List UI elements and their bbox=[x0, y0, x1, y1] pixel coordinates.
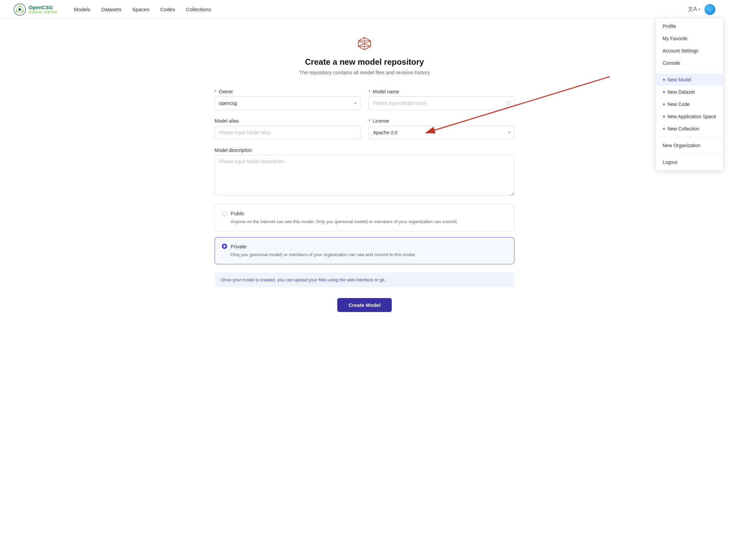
model-alias-input[interactable] bbox=[215, 126, 360, 139]
owner-required-star: * bbox=[215, 89, 216, 94]
menu-item-new-dataset[interactable]: + New Dataset bbox=[656, 86, 723, 98]
visibility-public-option[interactable]: Public Anyone on the internet can see th… bbox=[215, 204, 514, 232]
owner-select-wrapper: opencsg ▾ bbox=[215, 96, 360, 110]
avatar[interactable] bbox=[704, 4, 715, 15]
svg-point-3 bbox=[19, 5, 20, 7]
menu-item-new-code-label: New Code bbox=[667, 102, 689, 107]
owner-select[interactable]: opencsg bbox=[215, 96, 360, 110]
new-collection-plus: + bbox=[663, 126, 665, 131]
visibility-section: Public Anyone on the internet can see th… bbox=[215, 204, 514, 264]
submit-row: Create Model bbox=[215, 298, 514, 312]
menu-item-new-dataset-label: New Dataset bbox=[667, 89, 695, 95]
form-row-1: * Owner opencsg ▾ * Model name ⓘ bbox=[215, 89, 514, 110]
menu-item-console[interactable]: Console bbox=[656, 57, 723, 69]
logo-icon bbox=[14, 3, 26, 16]
menu-item-new-model[interactable]: + New Model bbox=[656, 74, 723, 86]
dropdown-menu: Profile My Favorite Account Settings Con… bbox=[655, 18, 724, 171]
create-model-button[interactable]: Create Model bbox=[337, 298, 392, 312]
header: OpenCSG 开放智能 | 智慧互联 Models Datasets Spac… bbox=[0, 0, 729, 19]
private-option-header: Private bbox=[222, 244, 507, 249]
new-code-plus: + bbox=[663, 102, 665, 107]
license-label: * License bbox=[369, 118, 514, 124]
lang-arrow: ▾ bbox=[698, 7, 700, 12]
menu-item-new-organization-label: New Organization bbox=[663, 143, 700, 148]
main-content: Create a new model repository The reposi… bbox=[208, 19, 521, 339]
public-title: Public bbox=[231, 211, 245, 216]
dropdown-divider-2 bbox=[656, 137, 723, 137]
page-header: Create a new model repository The reposi… bbox=[215, 35, 514, 75]
model-alias-label: Model alias bbox=[215, 118, 360, 124]
lang-selector[interactable]: 文A ▾ bbox=[688, 6, 700, 13]
main-nav: Models Datasets Spaces Codes Collections bbox=[74, 5, 688, 14]
svg-point-2 bbox=[18, 8, 21, 11]
license-select-wrapper: Apache-2.0 MIT GPL-3.0 BSD-3-Clause CC-B… bbox=[369, 126, 514, 139]
description-group: Model description bbox=[215, 147, 514, 196]
private-desc: Only you (personal model) or members of … bbox=[231, 251, 507, 258]
new-app-space-plus: + bbox=[663, 114, 665, 119]
nav-datasets[interactable]: Datasets bbox=[101, 5, 121, 14]
menu-item-new-code[interactable]: + New Code bbox=[656, 98, 723, 110]
dropdown-divider-3 bbox=[656, 154, 723, 154]
owner-label: * Owner bbox=[215, 89, 360, 94]
menu-item-logout-label: Logout bbox=[663, 159, 677, 165]
menu-item-console-label: Console bbox=[663, 60, 680, 66]
model-name-group: * Model name ⓘ bbox=[369, 89, 514, 110]
lang-icon: 文A bbox=[688, 6, 697, 13]
menu-item-profile-label: Profile bbox=[663, 24, 676, 29]
logo-text: OpenCSG bbox=[29, 4, 58, 10]
license-required-star: * bbox=[369, 118, 370, 124]
nav-models[interactable]: Models bbox=[74, 5, 90, 14]
menu-item-new-application-space-label: New Application Space bbox=[667, 114, 716, 119]
model-name-required-star: * bbox=[369, 89, 370, 94]
nav-spaces[interactable]: Spaces bbox=[132, 5, 149, 14]
menu-item-account-settings[interactable]: Account Settings bbox=[656, 45, 723, 57]
model-icon bbox=[215, 35, 514, 53]
svg-point-4 bbox=[22, 11, 24, 12]
private-title: Private bbox=[231, 244, 247, 249]
model-alias-group: Model alias bbox=[215, 118, 360, 139]
private-radio[interactable] bbox=[222, 244, 227, 249]
info-box: Once your model is created, you can uplo… bbox=[215, 273, 514, 287]
dropdown-divider-1 bbox=[656, 71, 723, 72]
form-row-2: Model alias * License Apache-2.0 MIT GPL… bbox=[215, 118, 514, 139]
menu-item-new-collection-label: New Collection bbox=[667, 126, 699, 131]
info-text: Once your model is created, you can uplo… bbox=[221, 277, 385, 282]
menu-item-logout[interactable]: Logout bbox=[656, 156, 723, 168]
owner-group: * Owner opencsg ▾ bbox=[215, 89, 360, 110]
nav-collections[interactable]: Collections bbox=[186, 5, 211, 14]
menu-item-my-favorite[interactable]: My Favorite bbox=[656, 32, 723, 45]
model-name-info-icon[interactable]: ⓘ bbox=[506, 100, 511, 106]
menu-item-my-favorite-label: My Favorite bbox=[663, 36, 687, 41]
page-subtitle: The repository contains all model files … bbox=[215, 69, 514, 75]
logo[interactable]: OpenCSG 开放智能 | 智慧互联 bbox=[14, 3, 58, 16]
nav-codes[interactable]: Codes bbox=[160, 5, 175, 14]
new-model-plus: + bbox=[663, 77, 665, 82]
model-name-label: * Model name bbox=[369, 89, 514, 94]
public-radio[interactable] bbox=[222, 211, 227, 216]
public-option-header: Public bbox=[222, 211, 507, 216]
new-dataset-plus: + bbox=[663, 89, 665, 95]
public-desc: Anyone on the internet can see this mode… bbox=[231, 218, 507, 225]
menu-item-account-settings-label: Account Settings bbox=[663, 48, 698, 53]
license-group: * License Apache-2.0 MIT GPL-3.0 BSD-3-C… bbox=[369, 118, 514, 139]
description-label: Model description bbox=[215, 147, 514, 153]
menu-item-new-application-space[interactable]: + New Application Space bbox=[656, 110, 723, 123]
model-name-input-wrapper: ⓘ bbox=[369, 96, 514, 110]
logo-sub: 开放智能 | 智慧互联 bbox=[29, 10, 58, 15]
description-textarea[interactable] bbox=[215, 155, 514, 196]
menu-item-new-collection[interactable]: + New Collection bbox=[656, 123, 723, 135]
menu-item-new-organization[interactable]: New Organization bbox=[656, 139, 723, 152]
license-select[interactable]: Apache-2.0 MIT GPL-3.0 BSD-3-Clause CC-B… bbox=[369, 126, 514, 139]
avatar-image bbox=[704, 4, 715, 15]
menu-item-new-model-label: New Model bbox=[667, 77, 691, 82]
menu-item-profile[interactable]: Profile bbox=[656, 20, 723, 32]
visibility-private-option[interactable]: Private Only you (personal model) or mem… bbox=[215, 237, 514, 265]
header-right: 文A ▾ bbox=[688, 4, 715, 15]
svg-point-5 bbox=[16, 11, 17, 12]
model-name-input[interactable] bbox=[369, 96, 514, 110]
page-title: Create a new model repository bbox=[215, 57, 514, 67]
